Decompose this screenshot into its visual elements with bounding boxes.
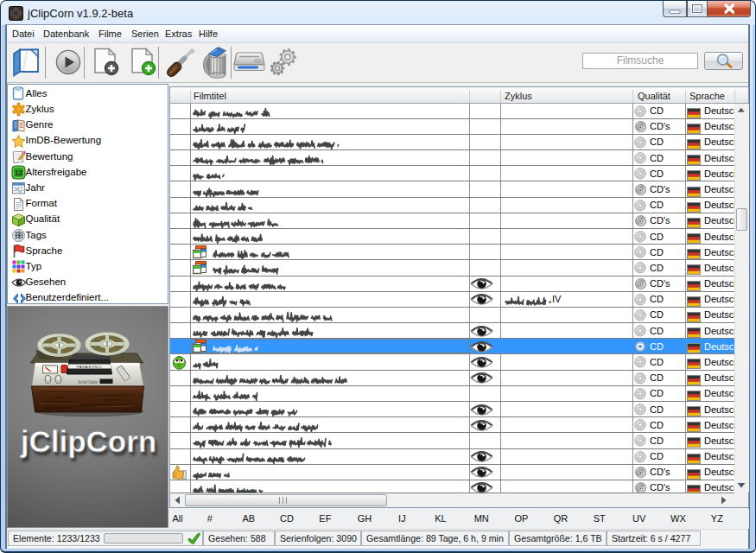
svg-text:Solid State: Solid State bbox=[78, 379, 98, 385]
svg-text:PANASONIC: PANASONIC bbox=[77, 365, 103, 369]
svg-text:12: 12 bbox=[14, 169, 22, 177]
